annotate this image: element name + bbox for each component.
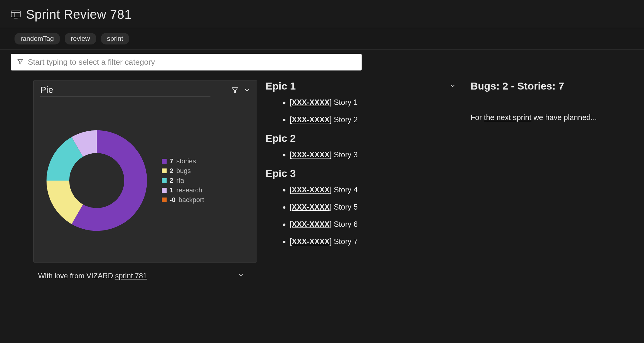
pie-panel: Pie 7 stories2 bugs2 rfa1 research-0 bac…: [33, 80, 257, 263]
donut-chart: [44, 128, 150, 234]
summary-column: Bugs: 2 - Stories: 7 For the next sprint…: [464, 80, 633, 280]
legend-value: 7: [170, 157, 173, 165]
tag-chip[interactable]: sprint: [101, 33, 129, 44]
epic-story-list: [XXX-XXXX] Story 1[XXX-XXXX] Story 2: [265, 98, 456, 124]
story-item: [XXX-XXXX] Story 4: [290, 185, 456, 194]
tags-bar: randomTag review sprint: [0, 28, 644, 50]
legend-swatch: [162, 198, 167, 202]
summary-link[interactable]: the next sprint: [484, 113, 531, 122]
legend-swatch: [162, 159, 167, 164]
tag-chip[interactable]: review: [65, 33, 96, 44]
epic-heading: Epic 1: [265, 80, 456, 92]
legend-label: backport: [179, 196, 204, 204]
pie-panel-title: Pie: [40, 85, 210, 96]
legend-label: stories: [176, 157, 196, 165]
story-label: Story 1: [334, 98, 358, 106]
story-label: Story 7: [334, 237, 358, 246]
story-item: [XXX-XXXX] Story 7: [290, 237, 456, 246]
svg-marker-5: [232, 88, 238, 93]
story-label: Story 6: [334, 220, 358, 228]
chart-legend: 7 stories2 bugs2 rfa1 research-0 backpor…: [162, 157, 204, 204]
panel-filter-icon[interactable]: [231, 87, 239, 95]
epics-column: Epic 1[XXX-XXXX] Story 1[XXX-XXXX] Story…: [265, 80, 456, 280]
story-item: [XXX-XXXX] Story 6: [290, 220, 456, 229]
story-ticket-link[interactable]: XXX-XXXX: [292, 150, 330, 159]
main-content: Pie 7 stories2 bugs2 rfa1 research-0 bac…: [0, 72, 644, 280]
footer-link[interactable]: sprint 781: [115, 272, 147, 280]
tag-chip[interactable]: randomTag: [15, 33, 60, 44]
summary-heading: Bugs: 2 - Stories: 7: [470, 80, 633, 92]
chevron-down-icon[interactable]: [243, 87, 251, 95]
epic-block: Epic 2[XXX-XXXX] Story 3: [265, 132, 456, 159]
legend-value: 2: [170, 167, 173, 175]
page-title: Sprint Review 781: [26, 7, 132, 22]
story-ticket-link[interactable]: XXX-XXXX: [292, 220, 330, 228]
story-ticket-link[interactable]: XXX-XXXX: [292, 98, 330, 106]
legend-row: 2 bugs: [162, 167, 204, 175]
story-label: Story 3: [334, 150, 358, 159]
story-label: Story 5: [334, 203, 358, 211]
legend-value: 2: [170, 177, 173, 185]
story-ticket-link[interactable]: XXX-XXXX: [292, 185, 330, 194]
epic-block: Epic 1[XXX-XXXX] Story 1[XXX-XXXX] Story…: [265, 80, 456, 124]
filter-row: [0, 50, 644, 72]
footer-note: With love from VIZARD sprint 781: [33, 263, 251, 280]
filter-input-wrap[interactable]: [11, 54, 362, 70]
pie-panel-header: Pie: [34, 80, 257, 99]
legend-swatch: [162, 188, 167, 193]
summary-body: For the next sprint we have planned...: [470, 113, 633, 122]
chevron-down-icon[interactable]: [449, 83, 456, 90]
epic-story-list: [XXX-XXXX] Story 3: [265, 150, 456, 159]
dashboard-icon: [11, 11, 21, 18]
story-item: [XXX-XXXX] Story 1: [290, 98, 456, 107]
filter-input[interactable]: [28, 57, 356, 67]
svg-rect-0: [11, 11, 20, 17]
epic-heading: Epic 2: [265, 132, 456, 144]
story-ticket-link[interactable]: XXX-XXXX: [292, 115, 330, 124]
legend-row: 2 rfa: [162, 177, 204, 185]
legend-value: 1: [170, 186, 173, 194]
legend-label: bugs: [176, 167, 191, 175]
legend-swatch: [162, 178, 167, 183]
filter-icon: [17, 58, 24, 66]
story-ticket-link[interactable]: XXX-XXXX: [292, 203, 330, 211]
epic-story-list: [XXX-XXXX] Story 4[XXX-XXXX] Story 5[XXX…: [265, 185, 456, 246]
legend-label: rfa: [176, 177, 184, 185]
legend-label: research: [176, 186, 202, 194]
legend-row: 7 stories: [162, 157, 204, 165]
story-ticket-link[interactable]: XXX-XXXX: [292, 237, 330, 246]
page-header: Sprint Review 781: [0, 0, 644, 28]
story-item: [XXX-XXXX] Story 2: [290, 115, 456, 124]
story-item: [XXX-XXXX] Story 5: [290, 203, 456, 211]
epic-heading: Epic 3: [265, 168, 456, 179]
legend-value: -0: [170, 196, 176, 204]
pie-body: 7 stories2 bugs2 rfa1 research-0 backpor…: [34, 99, 257, 262]
legend-row: -0 backport: [162, 196, 204, 204]
legend-swatch: [162, 168, 167, 173]
footer-prefix: With love from VIZARD: [38, 272, 115, 280]
story-item: [XXX-XXXX] Story 3: [290, 150, 456, 159]
story-label: Story 2: [334, 115, 358, 124]
epic-block: Epic 3[XXX-XXXX] Story 4[XXX-XXXX] Story…: [265, 168, 456, 246]
legend-row: 1 research: [162, 186, 204, 194]
pie-column: Pie 7 stories2 bugs2 rfa1 research-0 bac…: [33, 80, 257, 280]
chevron-down-icon[interactable]: [238, 272, 244, 280]
story-label: Story 4: [334, 185, 358, 194]
svg-marker-4: [18, 59, 23, 64]
